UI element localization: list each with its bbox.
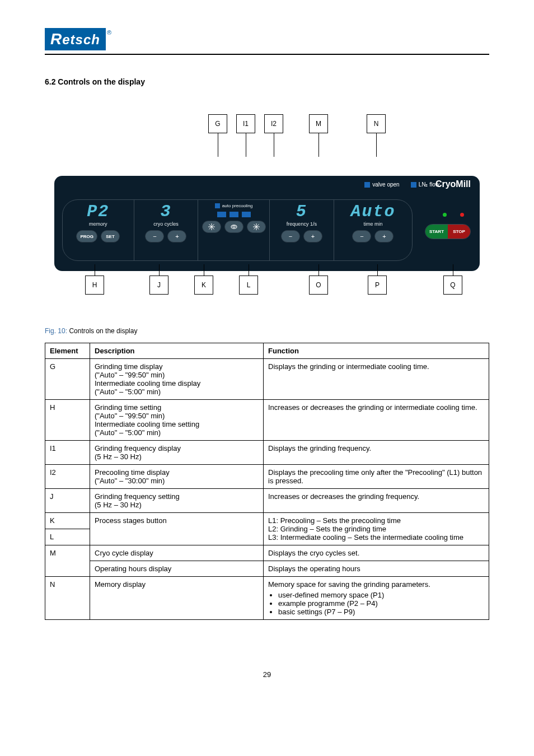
caption-frequency: frequency 1/s	[270, 221, 334, 227]
indicator-valve-label: valve open	[372, 181, 399, 188]
device-panel: valve open LN₂ flow CryoMill P2 memory P…	[54, 176, 480, 271]
cell-description: Grinding time display ("Auto" – "99:50" …	[90, 359, 264, 400]
intermediate-cool-button[interactable]	[247, 221, 266, 233]
stop-button[interactable]: STOP	[448, 225, 470, 239]
cell-description: Grinding frequency display (5 Hz – 30 Hz…	[90, 441, 264, 465]
list-item: example programme (P2 – P4)	[278, 599, 484, 608]
time-minus-button[interactable]: −	[352, 230, 371, 242]
list-item: user-defined memory space (P1)	[278, 591, 484, 599]
cell-element: K	[45, 513, 90, 529]
th-element: Element	[45, 343, 90, 359]
cell-element: M	[45, 545, 90, 577]
led-red-icon	[460, 213, 464, 217]
cell-description: Cryo cycle display	[90, 545, 264, 561]
segment-precooling: auto precooling	[198, 200, 270, 260]
display-cryo-cycles: 3	[134, 203, 198, 220]
lead	[218, 133, 218, 157]
svg-point-5	[232, 226, 235, 228]
freq-plus-button[interactable]: +	[303, 230, 322, 242]
lead	[376, 133, 377, 157]
freq-minus-button[interactable]: −	[281, 230, 300, 242]
cell-function: Displays the grinding frequency.	[264, 441, 489, 465]
callout-I2: I2	[264, 114, 283, 133]
cell-function: Displays the precooling time only after …	[264, 465, 489, 489]
table-row: N Memory display Memory space for saving…	[45, 577, 489, 620]
cell-element: L	[45, 529, 90, 545]
callout-N: N	[367, 114, 386, 133]
grinding-button[interactable]	[224, 221, 243, 233]
cell-element: N	[45, 577, 90, 620]
callout-M: M	[309, 114, 328, 133]
cell-function: Memory space for saving the grinding par…	[264, 577, 489, 620]
cell-element: I2	[45, 465, 90, 489]
led-green-icon	[443, 213, 447, 217]
led-square-icon	[215, 203, 220, 208]
display-memory: P2	[63, 203, 134, 220]
table-row: H Grinding time setting ("Auto" – "99:50…	[45, 400, 489, 441]
lead	[377, 264, 378, 276]
cell-description: Precooling time display ("Auto" – "30:00…	[90, 465, 264, 489]
cell-function: Displays the operating hours	[264, 561, 489, 577]
display-frequency: 5	[270, 203, 334, 220]
logo-mark: Retsch	[45, 28, 106, 50]
callout-I1: I1	[236, 114, 255, 133]
callout-L: L	[239, 276, 258, 295]
figure-caption: Fig. 10: Controls on the display	[45, 327, 489, 335]
device-brand: CryoMill	[435, 179, 471, 189]
cycles-minus-button[interactable]: −	[145, 230, 164, 242]
cell-description: Process stages button	[90, 513, 264, 545]
lead	[318, 133, 319, 157]
callout-K: K	[194, 276, 213, 295]
controls-table: Element Description Function G Grinding …	[45, 343, 489, 620]
indicator-valve-open: valve open	[364, 181, 399, 188]
segment-cryo-cycles: 3 cryo cycles − +	[134, 200, 199, 260]
stage-led-1	[217, 212, 226, 217]
prog-button[interactable]: PROG	[76, 230, 97, 242]
start-button[interactable]: START	[425, 225, 448, 239]
stage-led-3	[242, 212, 251, 217]
list-item: basic settings (P7 – P9)	[278, 608, 484, 616]
cell-function: Increases or decreases the grinding or i…	[264, 400, 489, 441]
table-row: J Grinding frequency setting (5 Hz – 30 …	[45, 489, 489, 513]
figure-caption-text: Controls on the display	[69, 327, 137, 335]
lead	[159, 264, 160, 276]
logo-reg: ®	[107, 29, 111, 36]
display-time: Auto	[334, 203, 412, 220]
set-button[interactable]: SET	[101, 230, 120, 242]
precool-button[interactable]	[202, 221, 221, 233]
process-stage-leds	[198, 212, 269, 217]
lead	[274, 133, 274, 157]
th-description: Description	[90, 343, 264, 359]
callout-O: O	[309, 276, 328, 295]
page-number: 29	[45, 670, 489, 679]
figure-label: Fig. 10:	[45, 327, 67, 335]
stage-led-2	[229, 212, 238, 217]
lead	[249, 264, 249, 276]
panel-diagram: G I1 I2 M N valve open LN₂ flow CryoMill…	[54, 103, 480, 243]
cycles-plus-button[interactable]: +	[167, 230, 186, 242]
lead	[453, 264, 453, 276]
cell-function: Displays the grinding or intermediate co…	[264, 359, 489, 400]
svg-point-4	[231, 225, 237, 228]
auto-precooling-label: auto precooling	[198, 203, 269, 208]
header-rule	[45, 54, 489, 55]
callout-Q: Q	[443, 276, 462, 295]
cell-element: G	[45, 359, 90, 400]
cell-function: Displays the cryo cycles set.	[264, 545, 489, 561]
time-plus-button[interactable]: +	[374, 230, 394, 242]
caption-cryo-cycles: cryo cycles	[134, 221, 198, 227]
led-square-icon	[364, 182, 370, 188]
segment-frequency: 5 frequency 1/s − +	[270, 200, 334, 260]
callout-J: J	[149, 276, 168, 295]
segment-time: Auto time min − +	[334, 200, 412, 260]
cell-description: Memory display	[90, 577, 264, 620]
caption-time: time min	[334, 221, 412, 227]
lead	[95, 264, 95, 276]
table-row: K Process stages button L1: Precooling –…	[45, 513, 489, 529]
th-function: Function	[264, 343, 489, 359]
start-stop-group: START STOP	[425, 224, 471, 239]
cell-function: L1: Precooling – Sets the precooling tim…	[264, 513, 489, 545]
segment-frame: P2 memory PROG SET 3 cryo cycles − + aut…	[62, 199, 413, 261]
callout-G: G	[208, 114, 227, 133]
caption-memory: memory	[63, 221, 134, 227]
